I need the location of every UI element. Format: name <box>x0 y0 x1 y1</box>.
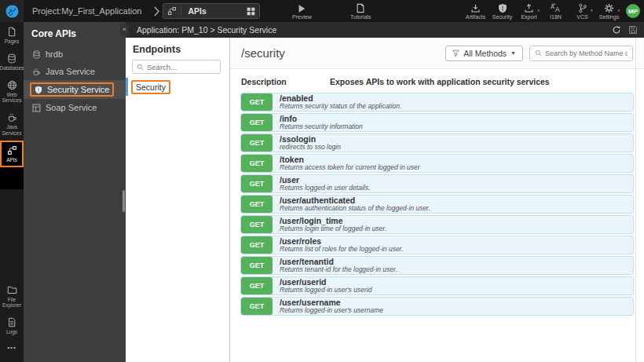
methods-filter-dropdown[interactable]: All Methods ▼ <box>445 46 523 61</box>
service-header: /security All Methods ▼ <box>230 38 644 69</box>
sidebar-label: File Explorer <box>0 297 24 309</box>
project-name[interactable]: Project:My_First_Application <box>32 6 141 16</box>
sidebar-item-file-explorer[interactable]: File Explorer <box>0 280 24 313</box>
endpoint-description: Returns logged-in user's userid <box>280 287 371 294</box>
method-badge: GET <box>241 93 273 111</box>
appbar-actions <box>612 25 644 35</box>
endpoint-description: Returns access token for current logged … <box>280 164 420 172</box>
dropdown-caret-icon: ▼ <box>510 50 516 56</box>
endpoint-description: redirects to sso login <box>280 144 341 152</box>
user-avatar[interactable]: MP <box>626 4 640 18</box>
wavemaker-logo-icon <box>5 5 19 18</box>
vcs-caret-icon: ▾ <box>591 8 593 13</box>
refresh-icon[interactable] <box>612 25 621 35</box>
endpoint-description: Returns login time of logged-in user. <box>280 225 386 233</box>
header-controls: All Methods ▼ <box>445 46 633 61</box>
sidebar-label: Databases <box>0 65 24 71</box>
sidebar-item-web-services[interactable]: Web Services <box>0 75 24 108</box>
core-api-item-hrdb[interactable]: hrdb <box>24 46 126 63</box>
sidebar-item-pages[interactable]: Pages <box>0 22 24 49</box>
endpoint-row[interactable]: GET /userReturns logged-in user details. <box>240 174 634 193</box>
endpoint-row[interactable]: GET /user/login_timeReturns login time o… <box>240 215 634 234</box>
endpoint-row[interactable]: GET /user/rolesReturns list of roles for… <box>240 236 634 254</box>
application-bar: Application: PM_10 > Security Service <box>126 22 644 38</box>
vcs-button[interactable]: ▾ VCS <box>571 2 594 20</box>
core-api-label: hrdb <box>46 49 63 59</box>
security-button[interactable]: Security <box>491 2 514 20</box>
collapse-panel-button[interactable]: « <box>120 24 129 35</box>
method-badge: GET <box>241 175 273 192</box>
tutorials-label: Tutorials <box>350 14 371 20</box>
endpoint-row[interactable]: GET /user/useridReturns logged-in user's… <box>240 276 634 295</box>
endpoints-search-box[interactable] <box>132 60 221 74</box>
endpoint-description: Returns tenant-id for the logged-in user… <box>280 266 397 274</box>
method-search-box[interactable] <box>529 46 633 61</box>
endpoint-row[interactable]: GET /infoReturns security information <box>240 113 634 132</box>
more-options-icon[interactable]: ••• <box>0 339 24 356</box>
coffee-icon <box>32 68 41 76</box>
method-search-input[interactable] <box>545 49 628 57</box>
security-endpoint-annotation: Security <box>131 80 170 94</box>
coffee-icon <box>7 112 17 122</box>
endpoints-search-input[interactable] <box>147 63 216 71</box>
description-label: Description <box>241 77 330 86</box>
workspace-dropdown[interactable]: APIs <box>163 3 260 19</box>
sidebar-item-logs[interactable]: Logs <box>0 313 24 339</box>
method-badge: GET <box>241 155 273 172</box>
sidebar-label: Web Services <box>0 92 24 104</box>
core-api-item-security-service[interactable]: Security Service <box>24 80 126 99</box>
preview-button[interactable]: Preview <box>292 2 312 20</box>
service-path-title: /security <box>241 46 285 60</box>
method-badge: GET <box>241 236 273 254</box>
application-breadcrumb: Application: PM_10 > Security Service <box>137 25 276 35</box>
topbar-actions: Artifacts Security ▾ Export AA I18N <box>464 2 620 20</box>
core-api-label: Security Service <box>47 85 109 94</box>
workspace-grid-icon[interactable] <box>243 7 259 16</box>
save-icon[interactable] <box>628 25 638 35</box>
i18n-button[interactable]: AA I18N <box>544 2 567 20</box>
sidebar-item-databases[interactable]: Databases <box>0 49 24 75</box>
endpoint-description: Returns security information <box>280 123 363 131</box>
endpoint-row[interactable]: GET /user/usernameReturns logged-in user… <box>240 297 634 316</box>
tutorials-button[interactable]: Tutorials <box>350 2 371 20</box>
endpoint-row[interactable]: GET /ssologinredirects to sso login <box>240 133 634 152</box>
method-badge: GET <box>241 114 273 131</box>
core-api-item-java-service[interactable]: Java Service <box>24 63 126 80</box>
app-logo[interactable] <box>0 0 24 22</box>
gear-icon: ▾ <box>604 2 614 13</box>
endpoint-description: Returns security status of the applicati… <box>280 103 401 111</box>
export-caret-icon: ▾ <box>537 8 540 13</box>
sidebar-item-apis[interactable]: APIs <box>0 141 24 167</box>
endpoint-item-security[interactable]: Security <box>126 78 229 96</box>
search-icon <box>535 49 542 57</box>
globe-icon <box>7 80 17 90</box>
sidebar-label: APIs <box>6 157 17 163</box>
endpoint-row[interactable]: GET /user/authenticatedReturns authentic… <box>240 195 634 214</box>
core-panel-scrollbar[interactable] <box>123 190 125 212</box>
main-scrollbar[interactable] <box>635 38 636 362</box>
artifacts-button[interactable]: Artifacts <box>464 2 487 20</box>
filter-icon <box>452 49 459 57</box>
core-api-label: Java Service <box>46 67 95 76</box>
methods-filter-value: All Methods <box>463 49 507 58</box>
export-button[interactable]: ▾ Export <box>518 2 540 20</box>
sidebar-label: Pages <box>5 38 19 45</box>
core-api-item-soap-service[interactable]: Soap Service <box>24 99 126 116</box>
method-badge: GET <box>241 134 273 152</box>
sidebar-label: Java Services <box>0 124 24 137</box>
search-icon <box>137 64 144 71</box>
settings-button[interactable]: ▾ Settings <box>598 2 620 20</box>
i18n-translate-icon: AA <box>551 2 561 13</box>
method-badge: GET <box>241 277 273 294</box>
endpoint-row[interactable]: GET /user/tenantidReturns tenant-id for … <box>240 256 634 275</box>
sidebar-item-java-services[interactable]: Java Services <box>0 108 24 141</box>
core-apis-title: Core APIs <box>24 22 126 46</box>
folder-icon <box>7 285 17 295</box>
method-badge: GET <box>241 216 273 233</box>
endpoint-row[interactable]: GET /enabledReturns security status of t… <box>240 93 634 112</box>
endpoint-description: Returns list of roles for the logged-in … <box>280 246 403 254</box>
main-content: /security All Methods ▼ Descript <box>230 38 644 362</box>
endpoint-description: Returns logged-in user details. <box>280 185 370 192</box>
workspace-selected-label: APIs <box>181 6 243 16</box>
endpoint-row[interactable]: GET /tokenReturns access token for curre… <box>240 154 634 173</box>
